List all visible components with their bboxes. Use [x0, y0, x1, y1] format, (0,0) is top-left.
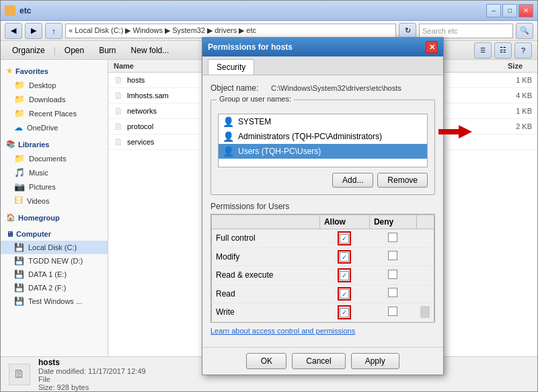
sidebar-item-tgdd[interactable]: 💾 TGDD NEW (D:) [1, 254, 108, 268]
view-options-button[interactable]: ☰ [474, 42, 492, 58]
search-bar[interactable]: Search etc [419, 24, 513, 38]
sidebar-label: Test Windows ... [28, 297, 82, 305]
allow-checkbox-group [338, 305, 351, 319]
sidebar-item-downloads[interactable]: 📁 Downloads [1, 92, 108, 106]
status-type: File [38, 375, 529, 383]
user-name: Administrators (TQH-PC\Administrators) [238, 132, 382, 141]
refresh-button[interactable]: ↻ [399, 23, 416, 39]
dialog-close-button[interactable]: ✕ [426, 41, 438, 53]
learn-link[interactable]: Learn about access control and permissio… [210, 327, 435, 335]
perm-deny-cell [369, 247, 416, 266]
file-size: 1 KB [492, 76, 532, 84]
readexecute-deny-checkbox[interactable] [388, 270, 397, 279]
allow-checkbox-group [338, 231, 351, 245]
drive-icon: 💾 [14, 256, 24, 266]
user-item-administrators[interactable]: 👤 Administrators (TQH-PC\Administrators) [219, 129, 427, 144]
sidebar-label: Recent Places [29, 110, 77, 118]
star-icon: ★ [6, 67, 13, 75]
favorites-section: ★ Favorites 📁 Desktop 📁 Downloads 📁 Rece… [1, 64, 108, 134]
sidebar-item-local-disk[interactable]: 💾 Local Disk (C:) [1, 241, 108, 254]
view-toggle-button[interactable]: ☷ [494, 42, 512, 58]
organize-button[interactable]: Organize [6, 44, 51, 57]
perm-scroll-cell [416, 266, 434, 285]
folder-icon: 🎞 [14, 196, 23, 206]
computer-label: Computer [16, 230, 51, 238]
window-title: etc [20, 6, 486, 15]
new-folder-button[interactable]: New fold... [125, 44, 176, 57]
perm-name: Full control [212, 229, 320, 248]
address-bar[interactable]: « Local Disk (C:) ▶ Windows ▶ System32 ▶… [65, 24, 396, 38]
sidebar-item-videos[interactable]: 🎞 Videos [1, 194, 108, 208]
read-deny-checkbox[interactable] [388, 288, 397, 297]
sidebar-item-pictures[interactable]: 📷 Pictures [1, 180, 108, 194]
apply-button[interactable]: Apply [351, 353, 399, 369]
file-icon: 🗎 [114, 136, 123, 147]
drive-icon: 💾 [14, 297, 24, 306]
back-button[interactable]: ◀ [5, 23, 22, 39]
sidebar-label: DATA 1 (E:) [28, 270, 67, 278]
help-button[interactable]: ? [514, 42, 532, 58]
cancel-button[interactable]: Cancel [292, 353, 345, 369]
favorites-header: ★ Favorites [1, 64, 108, 78]
write-allow-checkbox[interactable] [340, 308, 349, 317]
libraries-section: 📚 Libraries 📁 Documents 🎵 Music 📷 Pictur… [1, 137, 108, 208]
modify-deny-checkbox[interactable] [388, 251, 397, 260]
perm-scroll-cell [416, 284, 434, 303]
forward-button[interactable]: ▶ [25, 23, 42, 39]
modify-allow-checkbox[interactable] [340, 252, 349, 262]
maximize-button[interactable]: □ [502, 4, 517, 17]
remove-button[interactable]: Remove [377, 173, 428, 188]
add-button[interactable]: Add... [332, 173, 373, 188]
dialog-tab-bar: Security [202, 56, 443, 75]
sidebar-item-test[interactable]: 💾 Test Windows ... [1, 295, 108, 308]
user-item-users[interactable]: 👤 Users (TQH-PC\Users) [219, 144, 427, 159]
search-icon[interactable]: 🔍 [516, 23, 533, 39]
perm-scroll-cell [416, 303, 434, 322]
sidebar-label: OneDrive [27, 124, 58, 132]
perm-allow-cell [319, 266, 369, 285]
write-deny-checkbox[interactable] [388, 307, 397, 316]
fullcontrol-deny-checkbox[interactable] [388, 233, 397, 242]
user-name: Users (TQH-PC\Users) [238, 147, 321, 156]
perm-name: Read [212, 284, 320, 303]
perm-scroll-cell [416, 229, 434, 248]
fullcontrol-allow-checkbox[interactable] [340, 234, 349, 243]
open-button[interactable]: Open [59, 44, 90, 57]
permissions-scroll: Allow Deny Full control [210, 214, 435, 323]
file-icon: 🗎 [114, 90, 123, 101]
burn-button[interactable]: Burn [93, 44, 122, 57]
close-button[interactable]: ✕ [518, 4, 533, 17]
file-icon: 🗎 [114, 106, 123, 116]
dialog-title-bar: Permissions for hosts ✕ [202, 38, 443, 56]
user-item-system[interactable]: 👤 SYSTEM [219, 114, 427, 129]
file-size: 1 KB [492, 107, 532, 115]
sidebar-item-data1[interactable]: 💾 DATA 1 (E:) [1, 268, 108, 281]
ok-button[interactable]: OK [246, 353, 286, 369]
permissions-table-container: Allow Deny Full control [211, 214, 434, 322]
sidebar-item-onedrive[interactable]: ☁ OneDrive [1, 120, 108, 134]
readexecute-allow-checkbox[interactable] [340, 271, 349, 280]
file-size: 4 KB [492, 91, 532, 100]
sidebar-item-data2[interactable]: 💾 DATA 2 (F:) [1, 281, 108, 295]
favorites-label: Favorites [15, 67, 48, 75]
window-controls: – □ ✕ [486, 4, 533, 17]
computer-icon: 🖥 [6, 230, 13, 238]
perm-col-allow: Allow [319, 215, 369, 229]
homegroup-label: Homegroup [18, 214, 60, 222]
drive-icon: 💾 [14, 243, 24, 252]
folder-icon [5, 5, 15, 16]
up-button[interactable]: ↑ [45, 23, 63, 39]
perm-deny-cell [369, 229, 416, 248]
security-tab[interactable]: Security [208, 59, 254, 75]
sidebar-item-desktop[interactable]: 📁 Desktop [1, 78, 108, 92]
sidebar-item-recent[interactable]: 📁 Recent Places [1, 106, 108, 120]
sidebar-item-music[interactable]: 🎵 Music [1, 165, 108, 180]
minimize-button[interactable]: – [486, 4, 501, 17]
sidebar-label: Videos [27, 197, 49, 205]
scrollbar-header [416, 215, 434, 229]
perm-allow-cell [319, 247, 369, 266]
user-list: 👤 SYSTEM 👤 Administrators (TQH-PC\Admini… [218, 114, 428, 167]
sidebar-item-documents[interactable]: 📁 Documents [1, 151, 108, 165]
allow-checkbox-group [338, 250, 351, 264]
read-allow-checkbox[interactable] [340, 289, 349, 299]
